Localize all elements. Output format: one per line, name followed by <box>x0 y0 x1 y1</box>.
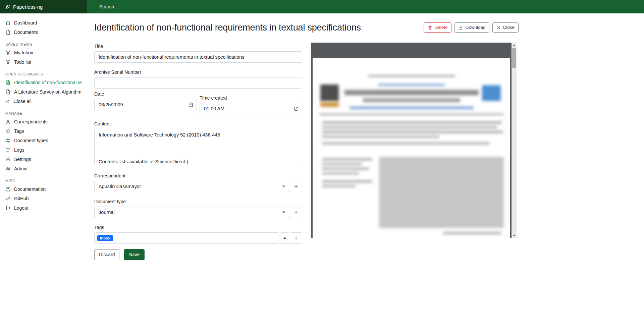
delete-button[interactable]: Delete <box>424 22 451 33</box>
calendar-icon[interactable] <box>188 102 194 107</box>
sidebar-item-label: Todo list <box>14 59 31 65</box>
caret-up-icon <box>283 237 286 239</box>
close-icon <box>5 99 10 104</box>
people-icon <box>5 166 11 171</box>
document-actions: Delete Download Close <box>424 22 519 33</box>
sidebar-close-all[interactable]: Close all <box>0 97 87 106</box>
sidebar-item-dashboard[interactable]: Dashboard <box>0 18 87 28</box>
sidebar-item-document-types[interactable]: Document types <box>0 136 87 145</box>
sidebar-section-misc: MISC <box>0 173 87 184</box>
sidebar-item-settings[interactable]: Settings <box>0 155 87 164</box>
topbar-search-area <box>87 0 644 13</box>
trash-icon <box>428 25 432 30</box>
sidebar-item-tags[interactable]: Tags <box>0 126 87 136</box>
pdf-content-blur <box>322 135 439 138</box>
pdf-content-blur <box>322 142 490 145</box>
close-all-label: Close all <box>13 99 32 104</box>
pdf-content-blur <box>322 131 503 133</box>
sidebar-open-document-2[interactable]: A Literature Survey on Algorithms for Mu… <box>0 87 87 97</box>
content-label: Content <box>94 121 302 126</box>
sidebar-item-todo-list[interactable]: Todo list <box>0 57 87 67</box>
sidebar-item-label: GitHub <box>14 196 29 201</box>
scroll-down-button[interactable] <box>512 233 517 238</box>
scroll-up-button[interactable] <box>512 43 517 48</box>
pdf-content-blur <box>322 163 362 165</box>
hash-icon <box>5 138 11 143</box>
gear-icon <box>5 157 11 162</box>
download-icon <box>459 25 463 30</box>
document-type-select[interactable]: Journal <box>94 207 289 218</box>
app-brand[interactable]: Paperless-ng <box>0 0 87 13</box>
pdf-content-blur <box>322 126 497 128</box>
pdf-content-blur <box>322 168 369 170</box>
funnel-icon <box>5 50 11 55</box>
pdf-content-blur <box>322 172 359 174</box>
date-input[interactable] <box>94 99 197 110</box>
sidebar-item-logout[interactable]: Logout <box>0 203 87 213</box>
pdf-content-blur <box>482 85 501 101</box>
save-button[interactable]: Save <box>124 249 145 260</box>
sidebar-item-documentation[interactable]: Documentation <box>0 184 87 194</box>
discard-button[interactable]: Discard <box>94 249 119 260</box>
tags-input[interactable]: Inbox <box>94 232 279 244</box>
pdf-content-blur <box>322 158 372 160</box>
pdf-content-blur <box>344 90 479 95</box>
pdf-content-blur <box>320 102 339 107</box>
delete-button-label: Delete <box>434 25 447 30</box>
sidebar-item-label: Dashboard <box>14 20 37 25</box>
add-document-type-button[interactable]: + <box>290 207 302 218</box>
pdf-content-blur <box>350 107 474 109</box>
sidebar-item-label: Logs <box>14 147 24 153</box>
close-button[interactable]: Close <box>492 22 519 33</box>
tags-label: Tags <box>94 225 302 230</box>
scrollbar-thumb[interactable] <box>512 48 516 68</box>
sidebar-item-admin[interactable]: Admin <box>0 164 87 173</box>
open-document-title: A Literature Survey on Algorithms for Mu… <box>14 89 82 95</box>
pdf-content-blur <box>363 98 460 102</box>
correspondent-label: Correspondent <box>94 173 302 178</box>
title-input[interactable] <box>94 51 302 63</box>
sidebar-section-manage: MANAGE <box>0 106 87 117</box>
clock-icon[interactable] <box>293 106 299 111</box>
sidebar: Dashboard Documents SAVED VIEWS My Inbox… <box>0 13 87 329</box>
open-document-title: Identification of non-functional require… <box>14 80 82 85</box>
sidebar-item-documents[interactable]: Documents <box>0 28 87 37</box>
sidebar-open-document-1[interactable]: Identification of non-functional require… <box>0 78 87 87</box>
close-button-label: Close <box>503 25 515 30</box>
sidebar-item-label: Admin <box>14 166 28 171</box>
time-created-input[interactable] <box>200 103 302 114</box>
document-edit-form: Title Archive Serial Number Date <box>94 41 302 260</box>
sidebar-item-correspondents[interactable]: Correspondents <box>0 117 87 126</box>
person-icon <box>5 119 11 124</box>
document-preview[interactable] <box>311 43 517 238</box>
time-created-label: Time created <box>200 95 302 101</box>
sidebar-item-logs[interactable]: Logs <box>0 145 87 155</box>
content-textarea[interactable]: Information and Software Technology 52 (… <box>94 129 302 165</box>
question-icon <box>5 186 11 192</box>
sidebar-item-label: Correspondents <box>14 119 48 124</box>
correspondent-select[interactable]: Agustin Casamayor <box>94 181 289 192</box>
file-text-icon <box>5 80 11 85</box>
add-tag-button[interactable]: + <box>290 232 302 244</box>
download-button[interactable]: Download <box>454 22 489 33</box>
main-content: Identification of non-functional require… <box>87 13 519 260</box>
pdf-content-blur <box>320 85 339 101</box>
preview-scrollbar[interactable] <box>512 43 517 238</box>
search-input[interactable] <box>87 4 644 9</box>
sidebar-item-label: Tags <box>14 128 24 134</box>
sidebar-item-github[interactable]: GitHub <box>0 194 87 203</box>
tag-badge[interactable]: Inbox <box>97 235 113 241</box>
list-icon <box>5 147 11 153</box>
pdf-content-blur <box>368 75 455 77</box>
sidebar-item-my-inbox[interactable]: My Inbox <box>0 48 87 57</box>
sidebar-item-label: Documents <box>14 30 38 35</box>
sidebar-item-label: My Inbox <box>14 50 33 55</box>
pdf-content-blur <box>443 232 501 234</box>
document-header: Identification of non-functional require… <box>94 19 519 36</box>
tags-dropdown-toggle[interactable] <box>280 232 289 244</box>
archive-serial-number-input[interactable] <box>94 77 302 89</box>
link-icon <box>5 196 11 201</box>
add-correspondent-button[interactable]: + <box>290 181 302 192</box>
pdf-content-blur <box>322 185 356 187</box>
page-title: Identification of non-functional require… <box>94 22 361 33</box>
